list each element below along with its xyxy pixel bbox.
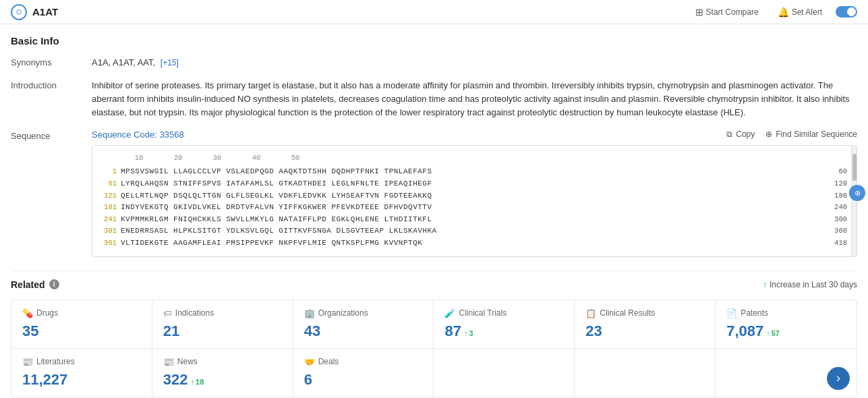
introduction-label: Introduction [11, 79, 92, 119]
app-header: ⬡ A1AT ⊞ Start Compare 🔔 Set Alert [0, 0, 868, 24]
clinical-trials-delta: ↑ 3 [464, 329, 473, 337]
literatures-icon: 📰 [22, 357, 33, 367]
clinical-results-count: 23 [585, 322, 602, 340]
sequence-expand-icon[interactable]: ⊕ [849, 185, 865, 201]
deals-icon: 🤝 [304, 357, 315, 367]
metric-indications[interactable]: 🏷 Indications 21 [152, 300, 293, 348]
metric-indications-value: 21 [163, 322, 282, 340]
synonyms-label: Synonyms [11, 56, 92, 69]
drugs-count: 35 [22, 322, 38, 340]
expand-button[interactable]: › [827, 367, 850, 390]
metric-organizations[interactable]: 🏢 Organizations 43 [293, 300, 434, 348]
metric-clinical-trials[interactable]: 🧪 Clinical Trials 87 ↑ 3 [434, 300, 575, 348]
literatures-count: 11,227 [22, 371, 67, 389]
main-content: Basic Info Synonyms A1A, A1AT, AAT, [+15… [0, 24, 868, 397]
app-title: A1AT [32, 6, 58, 18]
metric-clinical-results[interactable]: 📋 Clinical Results 23 [575, 300, 716, 348]
patents-delta: ↑ 57 [766, 329, 780, 337]
patents-arrow: ↑ [766, 329, 770, 337]
related-title-text: Related [11, 279, 45, 290]
clinical-trials-count: 87 [444, 322, 461, 340]
organizations-icon: 🏢 [304, 308, 315, 318]
news-delta-num: 18 [196, 378, 204, 386]
drugs-icon: 💊 [22, 308, 33, 318]
copy-button[interactable]: ⧉ Copy [726, 130, 755, 139]
related-title: Related i [11, 279, 59, 290]
introduction-value: Inhibitor of serine proteases. Its prima… [92, 79, 857, 119]
metric-news[interactable]: 📰 News 322 ↑ 18 [152, 349, 293, 397]
news-arrow: ↑ [191, 378, 195, 386]
find-similar-icon: ⊕ [765, 130, 772, 139]
clinical-results-icon: 📋 [585, 308, 596, 318]
scrollbar-thumb [852, 154, 857, 181]
metric-news-label: News [177, 357, 198, 366]
metric-clinical-results-value: 23 [585, 322, 704, 340]
clinical-trials-icon: 🧪 [444, 308, 455, 318]
metric-drugs-label-row: 💊 Drugs [22, 308, 141, 318]
find-similar-label: Find Similar Sequence [776, 130, 857, 139]
sequence-label: Sequence [11, 130, 92, 257]
app-logo: ⬡ [11, 4, 27, 20]
start-compare-button[interactable]: ⊞ Start Compare [690, 4, 764, 20]
news-count: 322 [163, 371, 188, 389]
metric-clinical-trials-label: Clinical Trials [459, 308, 507, 318]
set-alert-button[interactable]: 🔔 Set Alert [772, 4, 828, 20]
metric-deals[interactable]: 🤝 Deals 6 [293, 349, 434, 397]
seq-line-2: 61 LYRQLAHQSN STNIFFSPVS IATAFAMLSL GTKA… [102, 178, 847, 190]
metric-patents-value: 7,087 ↑ 57 [726, 322, 846, 340]
find-similar-button[interactable]: ⊕ Find Similar Sequence [765, 130, 857, 139]
metric-drugs[interactable]: 💊 Drugs 35 [11, 300, 152, 348]
sequence-code[interactable]: Sequence Code: 33568 [92, 130, 184, 140]
metric-indications-label-row: 🏷 Indications [163, 308, 282, 318]
metric-indications-label: Indications [175, 308, 214, 318]
synonyms-text: A1A, A1AT, AAT, [92, 57, 155, 67]
patents-count: 7,087 [726, 322, 763, 340]
metric-clinical-results-label-row: 📋 Clinical Results [585, 308, 704, 318]
patents-icon: 📄 [726, 308, 737, 318]
sequence-header: Sequence Code: 33568 ⧉ Copy ⊕ Find Simil… [92, 130, 857, 140]
metric-empty-3: › [716, 349, 857, 397]
metric-literatures-label: Literatures [36, 357, 75, 366]
synonyms-value: A1A, A1AT, AAT, [+15] [92, 56, 857, 69]
sequence-box: 10 20 30 40 50 1 MPSSVSWGIL LLAGLCCLVP V… [92, 145, 857, 257]
synonyms-row: Synonyms A1A, A1AT, AAT, [+15] [11, 56, 857, 69]
metric-literatures[interactable]: 📰 Literatures 11,227 [11, 349, 152, 397]
introduction-row: Introduction Inhibitor of serine proteas… [11, 79, 857, 119]
trend-arrow-icon: ↑ [763, 280, 767, 289]
metric-organizations-label: Organizations [318, 308, 368, 318]
copy-icon: ⧉ [726, 130, 732, 139]
related-info-icon[interactable]: i [49, 279, 59, 289]
metric-deals-label-row: 🤝 Deals [304, 357, 423, 367]
news-delta: ↑ 18 [191, 378, 204, 386]
set-alert-label: Set Alert [792, 7, 822, 17]
metric-empty-1 [434, 349, 575, 397]
header-right: ⊞ Start Compare 🔔 Set Alert [690, 4, 857, 20]
alert-icon: 🔔 [778, 7, 789, 18]
related-header: Related i ↑ Increase in Last 30 days [11, 279, 857, 290]
header-left: ⬡ A1AT [11, 4, 58, 20]
metric-patents-label: Patents [741, 308, 768, 318]
trend-label: ↑ Increase in Last 30 days [763, 280, 857, 289]
synonyms-more[interactable]: [+15] [161, 58, 179, 67]
organizations-count: 43 [304, 322, 320, 340]
clinical-trials-delta-num: 3 [469, 329, 473, 337]
metric-deals-label: Deals [318, 357, 339, 366]
metrics-grid-row2: 📰 Literatures 11,227 📰 News 322 [11, 349, 857, 397]
sequence-ruler: 10 20 30 40 50 [102, 152, 847, 164]
metric-clinical-results-label: Clinical Results [600, 308, 655, 318]
metric-patents[interactable]: 📄 Patents 7,087 ↑ 57 [716, 300, 857, 348]
seq-line-5: 241 KVPMMKRLGM FNIQHCKKLS SWVLLMKYLG NAT… [102, 214, 847, 226]
news-icon: 📰 [163, 357, 174, 367]
metric-clinical-trials-label-row: 🧪 Clinical Trials [444, 308, 563, 318]
indications-count: 21 [163, 322, 179, 340]
seq-line-7: 361 VLTIDEKGTE AAGAMFLEAI PMSIPPEVKF NKP… [102, 237, 847, 250]
metric-literatures-label-row: 📰 Literatures [22, 357, 141, 367]
metric-news-label-row: 📰 News [163, 357, 282, 367]
metric-clinical-trials-value: 87 ↑ 3 [444, 322, 563, 340]
copy-label: Copy [736, 130, 755, 139]
metric-patents-label-row: 📄 Patents [726, 308, 846, 318]
alert-toggle[interactable] [836, 6, 857, 18]
metric-organizations-label-row: 🏢 Organizations [304, 308, 423, 318]
metric-empty-2 [575, 349, 716, 397]
metric-drugs-value: 35 [22, 322, 141, 340]
